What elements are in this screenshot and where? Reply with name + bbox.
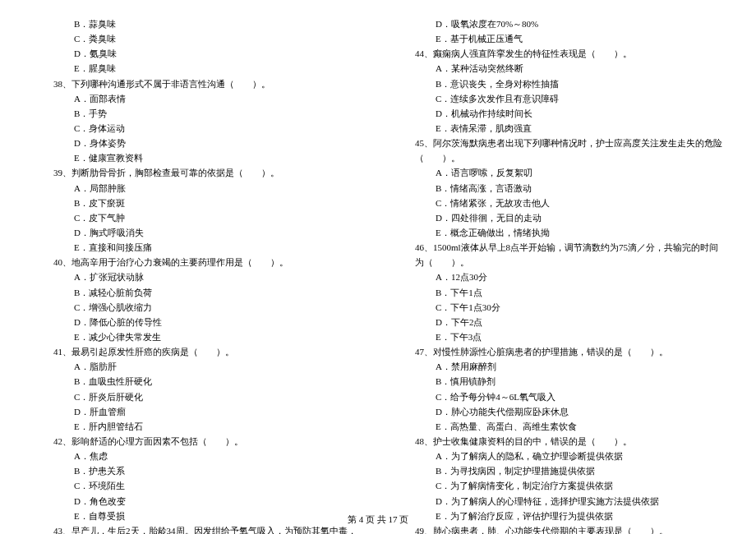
option-item: C．身体运动 bbox=[33, 121, 362, 136]
question-48: 48、护士收集健康资料的目的中，错误的是（ ）。 bbox=[394, 434, 723, 449]
option-item: E．概念正确做出，情绪执拗 bbox=[394, 225, 723, 240]
option-item: B．意识丧失，全身对称性抽搐 bbox=[394, 76, 723, 91]
option-item: E．表情呆滞，肌肉强直 bbox=[394, 121, 723, 136]
option-item: B．情绪高涨，言语激动 bbox=[394, 181, 723, 196]
option-item: E．减少心律失常发生 bbox=[33, 329, 362, 344]
option-item: C．皮下气肿 bbox=[33, 210, 362, 225]
option-item: C．给予每分钟4～6L氧气吸入 bbox=[394, 389, 723, 404]
question-47: 47、对慢性肺源性心脏病患者的护理措施，错误的是（ ）。 bbox=[394, 344, 723, 359]
option-item: C．情绪紧张，无故攻击他人 bbox=[394, 196, 723, 210]
right-column: D．吸氧浓度在70%～80% E．基于机械正压通气 44、癫痫病人强直阵挛发生的… bbox=[394, 16, 723, 501]
option-item: C．下午1点30分 bbox=[394, 300, 723, 315]
option-item: D．下午2点 bbox=[394, 315, 723, 329]
question-44: 44、癫痫病人强直阵挛发生的特征性表现是（ ）。 bbox=[394, 46, 723, 61]
option-item: B．为寻找病因，制定护理措施提供依据 bbox=[394, 463, 723, 478]
option-item: D．吸氧浓度在70%～80% bbox=[394, 16, 723, 31]
option-item: D．角色改变 bbox=[33, 494, 362, 509]
option-item: E．直接和间接压痛 bbox=[33, 240, 362, 255]
option-item: E．基于机械正压通气 bbox=[394, 31, 723, 46]
option-item: A．面部表情 bbox=[33, 91, 362, 106]
option-item: B．减轻心脏前负荷 bbox=[33, 285, 362, 300]
option-item: A．脂肪肝 bbox=[33, 359, 362, 374]
option-item: B．下午1点 bbox=[394, 285, 723, 300]
option-item: D．身体姿势 bbox=[33, 136, 362, 150]
option-item: C．环境陌生 bbox=[33, 478, 362, 493]
option-item: D．为了解病人的心理特征，选择护理实施方法提供依据 bbox=[394, 494, 723, 509]
option-item: A．扩张冠状动脉 bbox=[33, 269, 362, 284]
left-column: B．蒜臭味 C．粪臭味 D．氨臭味 E．腥臭味 38、下列哪种沟通形式不属于非语… bbox=[33, 16, 362, 501]
option-item: A．语言啰嗦，反复絮叨 bbox=[394, 165, 723, 180]
question-42: 42、影响舒适的心理方面因素不包括（ ）。 bbox=[33, 434, 362, 449]
option-item: A．焦虑 bbox=[33, 449, 362, 463]
option-item: A．禁用麻醉剂 bbox=[394, 359, 723, 374]
option-item: E．高热量、高蛋白、高维生素饮食 bbox=[394, 419, 723, 434]
option-item: B．护患关系 bbox=[33, 463, 362, 478]
option-item: D．氨臭味 bbox=[33, 46, 362, 61]
option-item: B．血吸虫性肝硬化 bbox=[33, 374, 362, 389]
option-item: D．胸式呼吸消失 bbox=[33, 225, 362, 240]
option-item: B．蒜臭味 bbox=[33, 16, 362, 31]
option-item: D．肺心功能失代偿期应卧床休息 bbox=[394, 404, 723, 419]
two-column-layout: B．蒜臭味 C．粪臭味 D．氨臭味 E．腥臭味 38、下列哪种沟通形式不属于非语… bbox=[33, 16, 723, 501]
option-item: B．手势 bbox=[33, 106, 362, 121]
option-item: C．粪臭味 bbox=[33, 31, 362, 46]
option-item: C．肝炎后肝硬化 bbox=[33, 389, 362, 404]
question-39: 39、判断肋骨骨折，胸部检查最可靠的依据是（ ）。 bbox=[33, 165, 362, 180]
option-item: A．局部肿胀 bbox=[33, 181, 362, 196]
option-item: D．机械动作持续时间长 bbox=[394, 106, 723, 121]
option-item: A．12点30分 bbox=[394, 269, 723, 284]
question-45: 45、阿尔茨海默病患者出现下列哪种情况时，护士应高度关注发生走失的危险（ ）。 bbox=[394, 136, 723, 165]
option-item: E．下午3点 bbox=[394, 329, 723, 344]
option-item: A．某种活动突然终断 bbox=[394, 61, 723, 76]
option-item: C．增强心肌收缩力 bbox=[33, 300, 362, 315]
question-46: 46、1500ml液体从早上8点半开始输，调节滴数约为75滴／分，共输完的时间为… bbox=[394, 240, 723, 269]
option-item: B．慎用镇静剂 bbox=[394, 374, 723, 389]
option-item: A．为了解病人的隐私，确立护理诊断提供依据 bbox=[394, 449, 723, 463]
question-41: 41、最易引起原发性肝癌的疾病是（ ）。 bbox=[33, 344, 362, 359]
option-item: E．健康宣教资料 bbox=[33, 150, 362, 165]
option-item: D．肝血管瘤 bbox=[33, 404, 362, 419]
option-item: C．连续多次发作且有意识障碍 bbox=[394, 91, 723, 106]
option-item: C．为了解病情变化，制定治疗方案提供依据 bbox=[394, 478, 723, 493]
question-40: 40、地高辛用于治疗心力衰竭的主要药理作用是（ ）。 bbox=[33, 255, 362, 269]
option-item: D．四处徘徊，无目的走动 bbox=[394, 210, 723, 225]
question-38: 38、下列哪种沟通形式不属于非语言性沟通（ ）。 bbox=[33, 76, 362, 91]
option-item: E．肝内胆管结石 bbox=[33, 419, 362, 434]
page-footer: 第 4 页 共 17 页 bbox=[0, 513, 756, 526]
option-item: E．腥臭味 bbox=[33, 61, 362, 76]
option-item: D．降低心脏的传导性 bbox=[33, 315, 362, 329]
option-item: B．皮下瘀斑 bbox=[33, 196, 362, 210]
